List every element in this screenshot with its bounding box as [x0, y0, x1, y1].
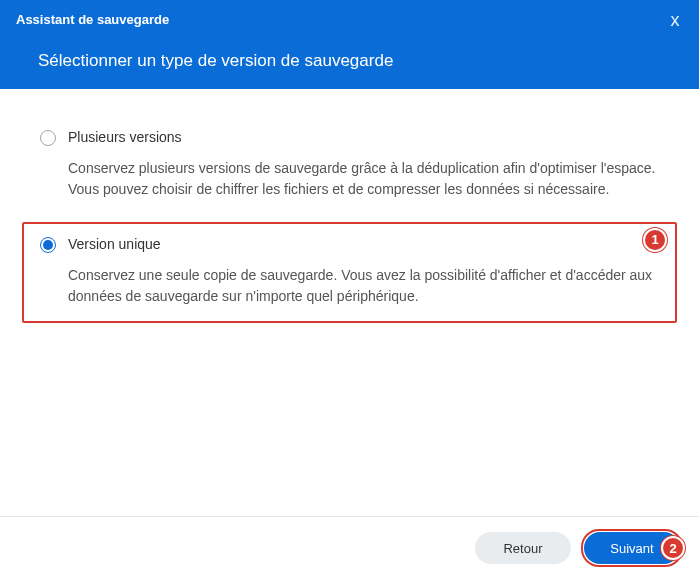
option-multi-version[interactable]: Plusieurs versions Conservez plusieurs v… — [22, 115, 677, 216]
option-multi-text: Plusieurs versions Conservez plusieurs v… — [68, 129, 659, 200]
callout-badge-1: 1 — [643, 228, 667, 252]
option-single-description: Conservez une seule copie de sauvegarde.… — [68, 265, 659, 307]
option-single-version[interactable]: Version unique Conservez une seule copie… — [22, 222, 677, 323]
option-single-label: Version unique — [68, 236, 659, 253]
dialog-footer: Retour Suivant 2 — [0, 516, 699, 581]
option-multi-label: Plusieurs versions — [68, 129, 659, 146]
dialog-subtitle: Sélectionner un type de version de sauve… — [16, 51, 683, 71]
dialog-body: Plusieurs versions Conservez plusieurs v… — [0, 89, 699, 516]
next-button-highlight: Suivant 2 — [581, 529, 683, 567]
option-multi-description: Conservez plusieurs versions de sauvegar… — [68, 158, 659, 200]
radio-multi-version[interactable] — [40, 130, 56, 146]
callout-badge-2: 2 — [661, 536, 685, 560]
back-button[interactable]: Retour — [475, 532, 571, 564]
dialog-title: Assistant de sauvegarde — [16, 12, 683, 27]
close-icon[interactable]: x — [665, 10, 685, 30]
radio-single-version[interactable] — [40, 237, 56, 253]
dialog-header: Assistant de sauvegarde Sélectionner un … — [0, 0, 699, 89]
backup-wizard-dialog: Assistant de sauvegarde Sélectionner un … — [0, 0, 699, 581]
option-single-text: Version unique Conservez une seule copie… — [68, 236, 659, 307]
